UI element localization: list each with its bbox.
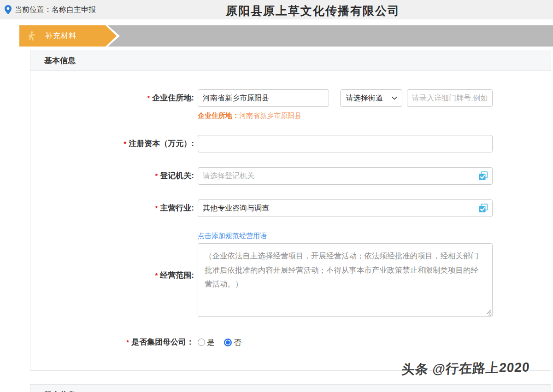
radio-no-circle[interactable]: [224, 339, 232, 346]
breadcrumb: 当前位置：名称自主申报: [5, 0, 96, 19]
address-hint: 企业住所地：河南省新乡市原阳县: [198, 111, 493, 120]
required-asterisk: *: [124, 140, 126, 147]
enterprise-address-label: *企业住所地:: [30, 89, 194, 107]
radio-option-yes[interactable]: 是: [198, 337, 215, 348]
row-registration-authority: *登记机关:: [30, 167, 551, 185]
radio-yes-label: 是: [207, 337, 215, 348]
registered-capital-input[interactable]: [198, 135, 493, 152]
street-select[interactable]: 请选择街道: [340, 89, 402, 107]
shareholder-panel: 股东信息: [30, 384, 551, 392]
row-enterprise-address: *企业住所地: 请选择街道 企业住所地：河南省新乡市原阳县: [30, 89, 551, 120]
required-asterisk: *: [155, 172, 158, 180]
is-group-parent-label: *是否集团母公司：: [30, 333, 194, 351]
business-scope-textarea[interactable]: [198, 243, 493, 317]
address-hint-value: 河南省新乡市原阳县: [239, 111, 301, 119]
address-detail-input[interactable]: [407, 89, 493, 107]
radio-option-no[interactable]: 否: [224, 337, 241, 348]
radio-no-label: 否: [234, 337, 241, 348]
basic-info-panel: 基本信息 *企业住所地: 请选择街道 企: [30, 50, 551, 371]
required-asterisk: *: [155, 271, 158, 279]
row-main-industry: *主营行业:: [30, 199, 551, 217]
main-industry-label: *主营行业:: [30, 199, 194, 217]
walking-person-icon: [27, 31, 36, 41]
basic-info-title: 基本信息: [44, 55, 76, 66]
copy-check-icon[interactable]: [478, 203, 488, 214]
address-hint-label: 企业住所地：: [198, 111, 239, 119]
is-group-parent-radio-group: 是 否: [198, 337, 241, 348]
add-standard-terms-link[interactable]: 点击添加规范经营用语: [198, 232, 267, 240]
basic-info-body: *企业住所地: 请选择街道 企业住所地：河南省新乡市原阳县: [30, 71, 551, 370]
shareholder-title: 股东信息: [44, 390, 76, 392]
row-is-group-parent: *是否集团母公司： 是 否: [30, 333, 551, 351]
location-pin-icon: [5, 5, 12, 14]
breadcrumb-label: 当前位置：名称自主申报: [15, 5, 96, 15]
step-tab-supplementary-materials[interactable]: 补充材料: [19, 25, 117, 47]
registration-authority-label: *登记机关:: [30, 167, 194, 185]
shareholder-header: 股东信息: [30, 385, 551, 392]
row-business-scope: *经营范围: 点击添加规范经营用语: [30, 232, 551, 319]
copy-check-icon[interactable]: [478, 171, 488, 181]
registration-authority-input[interactable]: [198, 167, 493, 185]
page-title: 原阳县原上草文化传播有限公司: [226, 3, 400, 18]
radio-yes-circle[interactable]: [198, 339, 205, 346]
street-select-value: 请选择街道: [346, 94, 383, 103]
required-asterisk: *: [126, 338, 129, 346]
row-registered-capital: *注册资本（万元）:: [30, 135, 551, 152]
address-province-input[interactable]: [198, 89, 329, 107]
required-asterisk: *: [155, 204, 158, 212]
basic-info-header: 基本信息: [30, 50, 551, 71]
registered-capital-label: *注册资本（万元）:: [30, 135, 194, 152]
step-tab-label: 补充材料: [45, 31, 76, 41]
required-asterisk: *: [147, 94, 150, 102]
business-scope-label: *经营范围:: [30, 267, 194, 284]
chevron-down-icon: [392, 96, 397, 100]
watermark-text: 头条 @行在路上2020: [401, 359, 530, 379]
main-industry-input[interactable]: [198, 199, 493, 217]
step-banner: 补充材料: [19, 25, 553, 47]
top-bar: 当前位置：名称自主申报 原阳县原上草文化传播有限公司: [0, 0, 553, 19]
